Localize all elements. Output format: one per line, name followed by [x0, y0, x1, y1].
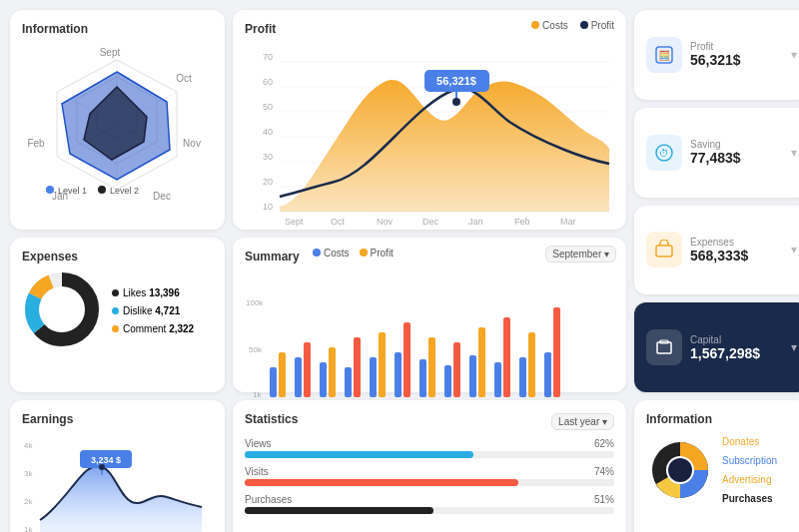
svg-text:Nov: Nov [377, 217, 394, 227]
earnings-chart: 1k 2k 3k 4k 3,234 $ Sept Oct Nov Dec Jan… [22, 432, 217, 532]
svg-rect-61 [320, 362, 327, 397]
svg-rect-78 [528, 332, 535, 397]
stats-column: 🧮 Profit 56,321$ ▾ ⏱ Saving 77,483$ ▾ Ex [634, 10, 799, 392]
svg-text:100k: 100k [246, 298, 264, 307]
svg-rect-68 [403, 322, 410, 397]
svg-text:Sept: Sept [285, 217, 304, 227]
svg-rect-69 [419, 359, 426, 397]
svg-text:🧮: 🧮 [658, 49, 671, 62]
svg-text:20: 20 [263, 177, 273, 187]
information-card: Information Sept Oct Nov Dec Jan Feb Lev… [10, 10, 225, 230]
expenses-stat-label: Expenses [690, 237, 791, 248]
svg-text:30: 30 [263, 152, 273, 162]
expenses-icon [646, 232, 682, 267]
bar-row-visits: Visits 74% [245, 466, 614, 486]
svg-text:3k: 3k [24, 469, 33, 478]
expenses-card: Expenses Likes 13,396 Dislike 4,721 Comm… [10, 238, 225, 392]
bar-fill-purchases [245, 507, 433, 514]
expenses-title: Expenses [22, 250, 213, 264]
stat-capital: Capital 1,567,298$ ▾ [634, 302, 799, 392]
svg-rect-66 [379, 332, 386, 397]
svg-text:70: 70 [263, 52, 273, 62]
svg-text:Feb: Feb [514, 217, 530, 227]
profit-stat-value: 56,321$ [690, 52, 791, 68]
svg-rect-76 [503, 317, 510, 397]
svg-point-42 [452, 98, 460, 106]
svg-rect-65 [370, 357, 377, 397]
svg-rect-48 [657, 342, 671, 353]
svg-text:60: 60 [263, 77, 273, 87]
saving-stat-value: 77,483$ [690, 150, 791, 166]
expenses-chevron[interactable]: ▾ [791, 243, 797, 257]
radar-chart: Sept Oct Nov Dec Jan Feb Level 1 Level 2 [22, 42, 213, 207]
pie-inner: Donates Subscription Advertising Purchas… [646, 432, 797, 508]
pie-legend: Donates Subscription Advertising Purchas… [722, 432, 777, 508]
capital-icon [646, 329, 682, 365]
svg-rect-58 [279, 352, 286, 397]
svg-rect-75 [494, 362, 501, 397]
svg-text:4k: 4k [24, 441, 33, 450]
svg-rect-72 [453, 342, 460, 397]
summary-legend: Costs Profit [313, 248, 394, 259]
pie-chart [646, 436, 714, 504]
svg-rect-79 [544, 352, 551, 397]
expenses-stat-value: 568,333$ [690, 248, 791, 264]
expenses-legend: Likes 13,396 Dislike 4,721 Comment 2,322 [112, 284, 194, 338]
svg-rect-59 [295, 357, 302, 397]
profit-stat-label: Profit [690, 41, 791, 52]
summary-card: Summary Costs Profit September ▾ 1k 50k … [233, 238, 626, 392]
info-pie-card: Information Donates Subscription Adverti… [634, 400, 799, 532]
svg-text:Level 2: Level 2 [110, 186, 139, 196]
summary-chart: 1k 50k 100k [245, 287, 602, 407]
svg-text:Jan: Jan [468, 217, 483, 227]
statistics-title: Statistics [245, 412, 298, 426]
statistics-dropdown[interactable]: Last year ▾ [551, 413, 614, 430]
svg-text:Sept: Sept [100, 47, 121, 58]
svg-text:Dec: Dec [153, 191, 171, 202]
bar-fill-views [245, 451, 473, 458]
svg-text:40: 40 [263, 127, 273, 137]
profit-chevron[interactable]: ▾ [791, 48, 797, 62]
svg-text:⏱: ⏱ [659, 148, 669, 159]
svg-text:50: 50 [263, 102, 273, 112]
svg-rect-71 [444, 365, 451, 397]
svg-rect-64 [354, 337, 361, 397]
bar-fill-visits [245, 479, 518, 486]
svg-rect-80 [553, 307, 560, 397]
saving-icon: ⏱ [646, 135, 682, 171]
svg-rect-47 [656, 246, 672, 257]
svg-text:Dec: Dec [422, 217, 439, 227]
svg-rect-70 [428, 337, 435, 397]
svg-rect-67 [395, 352, 401, 397]
svg-point-83 [668, 458, 692, 482]
svg-text:1k: 1k [24, 525, 33, 532]
saving-stat-label: Saving [690, 139, 791, 150]
info-pie-title: Information [646, 412, 797, 426]
svg-text:1k: 1k [253, 390, 262, 399]
svg-text:3,234 $: 3,234 $ [91, 455, 121, 465]
svg-text:10: 10 [263, 202, 273, 212]
svg-text:50k: 50k [249, 345, 263, 354]
svg-rect-73 [469, 355, 476, 397]
svg-text:Oct: Oct [331, 217, 346, 227]
capital-stat-label: Capital [690, 334, 791, 345]
information-title: Information [22, 22, 213, 36]
stat-expenses: Expenses 568,333$ ▾ [634, 206, 799, 295]
summary-dropdown[interactable]: September ▾ [545, 246, 616, 263]
dashboard: Information Sept Oct Nov Dec Jan Feb Lev… [10, 10, 789, 522]
svg-text:Mar: Mar [560, 217, 576, 227]
svg-point-91 [99, 464, 105, 470]
expenses-inner: Likes 13,396 Dislike 4,721 Comment 2,322 [22, 269, 213, 353]
capital-chevron[interactable]: ▾ [791, 340, 797, 354]
bar-row-purchases: Purchases 51% [245, 494, 614, 514]
svg-rect-62 [329, 347, 336, 397]
profit-icon: 🧮 [646, 37, 682, 73]
saving-chevron[interactable]: ▾ [791, 146, 797, 160]
statistics-card: Statistics Last year ▾ Views 62% Visits … [233, 400, 626, 532]
svg-text:Level 1: Level 1 [58, 186, 87, 196]
earnings-title: Earnings [22, 412, 213, 426]
svg-text:2k: 2k [24, 497, 33, 506]
svg-rect-63 [345, 367, 352, 397]
profit-chart: 10 20 30 40 50 60 70 [245, 42, 614, 227]
stat-saving: ⏱ Saving 77,483$ ▾ [634, 108, 799, 198]
